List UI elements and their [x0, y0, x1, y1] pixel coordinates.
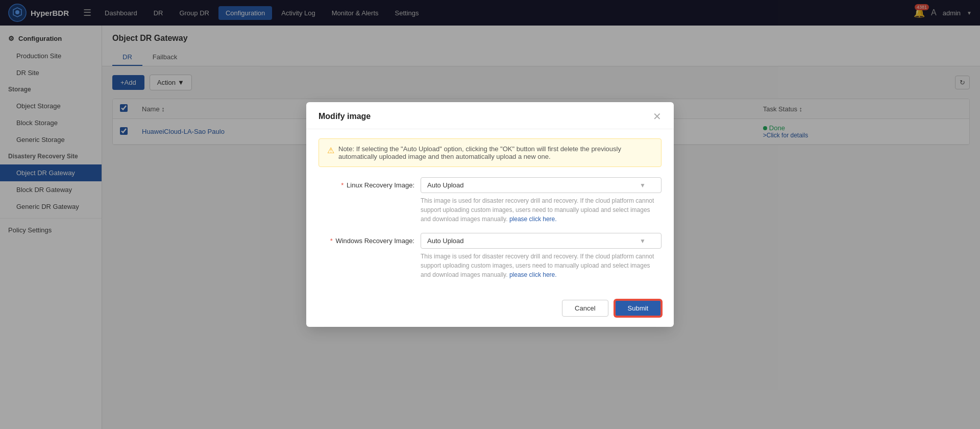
warning-text: Note: If selecting the "Auto Upload" opt… — [338, 145, 653, 160]
windows-image-hint: This image is used for disaster recovery… — [421, 252, 662, 279]
windows-image-control: Auto Upload ▼ This image is used for dis… — [421, 233, 662, 279]
modal-body: ⚠ Note: If selecting the "Auto Upload" o… — [306, 129, 674, 293]
windows-image-link[interactable]: please click here. — [509, 271, 557, 278]
linux-image-link[interactable]: please click here. — [509, 216, 557, 223]
windows-image-label: * Windows Recovery Image: — [318, 233, 421, 245]
linux-image-hint: This image is used for disaster recovery… — [421, 196, 662, 224]
required-star-windows: * — [330, 237, 333, 245]
modal-header: Modify image ✕ — [306, 102, 674, 129]
warning-icon: ⚠ — [327, 146, 334, 160]
modal-close-button[interactable]: ✕ — [653, 111, 662, 122]
linux-select-chevron-icon: ▼ — [640, 182, 646, 189]
windows-image-select[interactable]: Auto Upload ▼ — [421, 233, 662, 249]
linux-image-label: * Linux Recovery Image: — [318, 177, 421, 189]
windows-select-chevron-icon: ▼ — [640, 237, 646, 245]
required-star-linux: * — [341, 181, 344, 189]
modal-overlay: Modify image ✕ ⚠ Note: If selecting the … — [0, 0, 980, 429]
submit-button[interactable]: Submit — [615, 300, 662, 317]
cancel-button[interactable]: Cancel — [562, 300, 608, 317]
windows-image-row: * Windows Recovery Image: Auto Upload ▼ … — [318, 233, 662, 279]
modal-title: Modify image — [318, 112, 371, 121]
modal-footer: Cancel Submit — [306, 293, 674, 327]
warning-box: ⚠ Note: If selecting the "Auto Upload" o… — [318, 138, 662, 167]
linux-image-control: Auto Upload ▼ This image is used for dis… — [421, 177, 662, 224]
windows-image-value: Auto Upload — [427, 237, 464, 245]
linux-image-select[interactable]: Auto Upload ▼ — [421, 177, 662, 193]
modify-image-modal: Modify image ✕ ⚠ Note: If selecting the … — [306, 102, 674, 327]
linux-image-value: Auto Upload — [427, 181, 464, 189]
linux-image-row: * Linux Recovery Image: Auto Upload ▼ Th… — [318, 177, 662, 224]
